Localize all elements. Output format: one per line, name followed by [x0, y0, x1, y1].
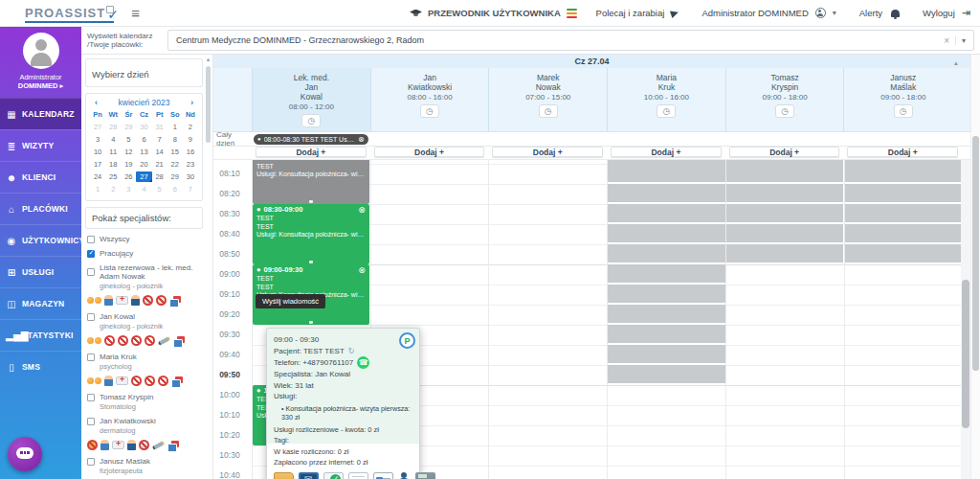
day-cell[interactable]: 16	[183, 147, 198, 157]
filter-pracujacy[interactable]: Pracujący	[87, 249, 203, 258]
sidebar-item-sms[interactable]: ▯SMS	[0, 351, 81, 382]
day-cell[interactable]: 15	[167, 147, 183, 157]
checkbox[interactable]	[87, 418, 95, 425]
day-cell[interactable]: 28	[152, 171, 167, 182]
day-cell[interactable]: 1	[90, 184, 105, 194]
specialist-row[interactable]: Janusz Maślak	[87, 457, 203, 466]
day-cell[interactable]: 27	[90, 122, 105, 132]
refresh-icon[interactable]: ↻	[348, 346, 355, 357]
specialist-row[interactable]: Jan Kowal	[87, 312, 203, 321]
add-appointment-button[interactable]: Dodaj +	[374, 147, 485, 157]
day-cell[interactable]: 22	[167, 159, 183, 170]
appointment-block[interactable]: ●08:30-09:00⊗TESTTESTUsługi: Konsultacja…	[253, 204, 369, 264]
day-cell[interactable]: 4	[105, 134, 121, 145]
day-cell[interactable]: 3	[121, 184, 136, 194]
calendar-grid[interactable]: 08:1008:2008:3008:4008:5009:0009:1009:20…	[213, 160, 970, 479]
day-cell[interactable]: 26	[121, 171, 136, 182]
checkbox[interactable]	[87, 236, 95, 243]
sidebar-item-magazyn[interactable]: ◫MAGAZYN	[0, 287, 81, 319]
close-icon[interactable]: ⊗	[358, 205, 366, 215]
day-cell[interactable]: 25	[105, 171, 121, 182]
refer-and-earn-link[interactable]: Polecaj i zarabiaj	[596, 8, 665, 18]
clock-button[interactable]: ◷	[301, 114, 321, 127]
specialist-row[interactable]: Jan Kwiatkowski	[87, 417, 203, 425]
checkbox[interactable]	[87, 394, 95, 401]
day-cell[interactable]: 8	[167, 134, 183, 145]
day-cell[interactable]: 5	[152, 184, 167, 194]
day-cell[interactable]: 17	[90, 159, 105, 170]
sidebar-item-statystyki[interactable]: ▂▅▇STATYSTYKI	[0, 319, 81, 351]
day-cell[interactable]: 6	[136, 134, 151, 145]
day-cell[interactable]: 18	[105, 159, 121, 170]
day-cell[interactable]: 7	[152, 134, 167, 145]
day-cell[interactable]: 5	[121, 134, 136, 145]
user-guide-link[interactable]: PRZEWODNIK UŻYTKOWNIKA	[410, 8, 577, 19]
checkbox[interactable]	[87, 458, 95, 466]
sidebar-item-użytkownicy[interactable]: ◉UŻYTKOWNICY	[0, 224, 81, 256]
sidebar-item-wizyty[interactable]: ≣WIZYTY	[0, 129, 81, 161]
scroll-up-icon[interactable]: ▲	[953, 57, 959, 70]
column-header-3[interactable]: MarekNowak07:00 - 15:00◷	[488, 68, 607, 131]
documents-folder-icon[interactable]	[274, 472, 294, 479]
logout-icon[interactable]: ⇥	[962, 7, 970, 19]
fax-icon[interactable]	[415, 472, 435, 479]
bell-icon[interactable]	[891, 10, 900, 17]
day-cell[interactable]: 4	[136, 184, 151, 194]
document-preview-icon[interactable]	[348, 472, 368, 479]
page-scrollbar-thumb[interactable]	[972, 136, 979, 371]
day-cell[interactable]: 9	[183, 134, 198, 145]
all-day-appointment-chip[interactable]: ●08:00-08:30 TEST TEST Usługi: K...⊗	[254, 134, 368, 145]
column-header-5[interactable]: TomaszKryspin09:00 - 18:00◷	[725, 68, 844, 131]
account-menu[interactable]: Administrator DOMINMED	[702, 8, 808, 18]
column-header-2[interactable]: JanKwiatkowski08:00 - 16:00◷	[370, 68, 489, 131]
clock-button[interactable]: ◷	[775, 104, 794, 118]
specialist-row[interactable]: Maria Kruk	[87, 353, 203, 361]
clear-selection-icon[interactable]: ×	[938, 35, 955, 46]
checkbox[interactable]	[87, 313, 95, 321]
day-cell[interactable]: 30	[183, 171, 198, 182]
column-header-4[interactable]: MariaKruk10:00 - 16:00◷	[607, 68, 725, 131]
sidebar-item-placówki[interactable]: ⌂PLACÓWKI	[0, 193, 81, 224]
clock-button[interactable]: ◷	[420, 104, 439, 118]
next-month-button[interactable]: ›	[188, 98, 196, 107]
sidebar-item-usługi[interactable]: ⊞USŁUGI	[0, 256, 81, 287]
filter-wszyscy[interactable]: Wszyscy	[87, 235, 203, 243]
column-header-1[interactable]: Lek. med.JanKowal08:00 - 12:00◷	[252, 68, 370, 131]
checkbox[interactable]	[87, 268, 95, 276]
day-cell[interactable]: 11	[105, 147, 121, 157]
day-cell[interactable]: 2	[183, 122, 198, 132]
clock-button[interactable]: ◷	[657, 104, 676, 118]
patient-icon[interactable]	[398, 472, 411, 479]
payment-badge[interactable]: P	[399, 332, 415, 349]
page-scrollbar[interactable]	[970, 55, 980, 479]
day-cell[interactable]: 6	[167, 184, 183, 194]
day-cell[interactable]: 30	[136, 122, 151, 132]
prev-month-button[interactable]: ‹	[92, 98, 100, 107]
confirm-visit-icon[interactable]	[323, 472, 344, 479]
checkbox[interactable]	[87, 354, 95, 361]
day-cell[interactable]: 3	[90, 134, 105, 145]
column-header-6[interactable]: JanuszMaślak09:00 - 18:00◷	[843, 68, 962, 131]
day-cell[interactable]: 12	[121, 147, 136, 157]
day-cell[interactable]: 29	[121, 122, 136, 132]
selected-day[interactable]: 27	[136, 171, 151, 182]
close-icon[interactable]: ⊗	[358, 265, 366, 275]
checkbox[interactable]	[87, 250, 95, 258]
logout-button[interactable]: Wyloguj	[923, 8, 955, 18]
appointment-block[interactable]: ●08:00-08:30⊗TESTTESTUsługi: Konsultacja…	[253, 160, 369, 204]
sidebar-item-kalendarz[interactable]: ▦KALENDARZ	[0, 98, 81, 129]
add-appointment-button[interactable]: Dodaj +	[729, 147, 840, 157]
clock-button[interactable]: ◷	[894, 104, 913, 118]
left-panel-scrollbar[interactable]: ▲	[205, 57, 212, 479]
day-cell[interactable]: 19	[121, 159, 136, 170]
user-circle-icon[interactable]	[815, 8, 826, 18]
send-message-icon[interactable]	[299, 472, 319, 479]
facility-select[interactable]: Centrum Medyczne DOMINMED - Grzecznarows…	[167, 30, 974, 51]
sidebar-user[interactable]: Administrator DOMINMED ▸	[0, 27, 81, 98]
hamburger-menu-icon[interactable]: ≡	[131, 5, 140, 21]
alerts-link[interactable]: Alerty	[859, 8, 882, 18]
id-card-icon[interactable]	[373, 472, 393, 479]
grid-scrollbar-thumb[interactable]	[962, 280, 969, 428]
add-appointment-button[interactable]: Dodaj +	[611, 147, 722, 157]
grid-scrollbar[interactable]	[961, 160, 970, 479]
